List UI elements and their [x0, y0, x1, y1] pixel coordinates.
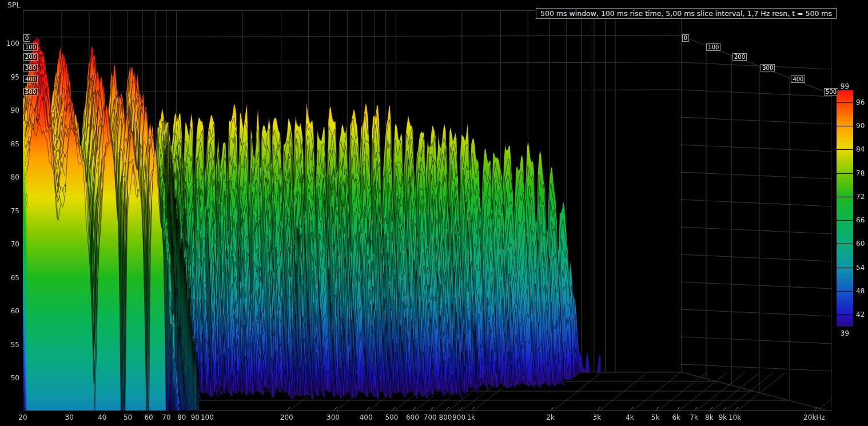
- colorbar-tick-label: 60: [856, 240, 868, 248]
- time-slice-label-right: 200: [732, 53, 747, 61]
- time-slice-label-left: 300: [23, 64, 38, 71]
- time-slice-label-left: 0: [23, 34, 30, 42]
- colorbar-tick-label: 96: [856, 98, 868, 106]
- spl-tick-label: 55: [0, 341, 19, 349]
- spl-tick-label: 65: [0, 274, 19, 282]
- freq-tick-label: 20kHz: [798, 413, 830, 421]
- colorbar-tick-label: 90: [856, 122, 868, 130]
- colorbar-tick-label: 42: [856, 310, 868, 318]
- time-slice-label-right: 300: [761, 64, 775, 71]
- freq-tick-label: 10k: [719, 413, 751, 421]
- spl-tick-label: 70: [0, 240, 19, 248]
- colorbar-tick-label: 48: [856, 287, 868, 295]
- freq-tick-label: 1k: [455, 413, 487, 421]
- freq-tick-label: 20: [7, 413, 39, 421]
- time-slice-label-left: 500: [23, 88, 38, 95]
- spl-tick-label: 60: [0, 307, 19, 315]
- time-slice-label-right: 0: [682, 34, 689, 42]
- spl-tick-label: 100: [0, 39, 19, 47]
- spl-tick-label: 80: [0, 173, 19, 181]
- spl-tick-label: 90: [0, 106, 19, 114]
- colorbar-tick-label: 84: [856, 145, 868, 153]
- freq-tick-label: 30: [53, 413, 85, 421]
- spl-axis-title: SPL: [7, 1, 20, 9]
- freq-tick-label: 2k: [535, 413, 567, 421]
- spl-tick-label: 85: [0, 140, 19, 148]
- waterfall-window: SPL 500 ms window, 100 ms rise time, 5,0…: [0, 0, 868, 426]
- colorbar-tick-label: 54: [856, 264, 868, 272]
- time-slice-label-left: 100: [23, 43, 38, 51]
- freq-tick-label: 100: [191, 413, 223, 421]
- time-slice-label-left: 200: [23, 53, 38, 61]
- waterfall-3d-canvas[interactable]: [0, 0, 868, 426]
- colorbar-max-label: 99: [837, 82, 853, 90]
- time-slice-label-left: 400: [23, 75, 38, 83]
- freq-tick-label: 3k: [581, 413, 613, 421]
- time-slice-label-right: 100: [706, 43, 720, 51]
- colorbar-min-label: 39: [837, 329, 853, 337]
- colorbar-tick-label: 66: [856, 216, 868, 224]
- freq-tick-label: 200: [270, 413, 302, 421]
- measurement-info-box: 500 ms window, 100 ms rise time, 5,00 ms…: [536, 8, 837, 19]
- spl-tick-label: 95: [0, 73, 19, 81]
- spl-tick-label: 50: [0, 374, 19, 382]
- spl-tick-label: 75: [0, 207, 19, 215]
- colorbar-tick-label: 78: [856, 169, 868, 177]
- colorbar-tick-label: 72: [856, 193, 868, 201]
- freq-tick-label: 300: [317, 413, 349, 421]
- time-slice-label-right: 400: [791, 75, 805, 83]
